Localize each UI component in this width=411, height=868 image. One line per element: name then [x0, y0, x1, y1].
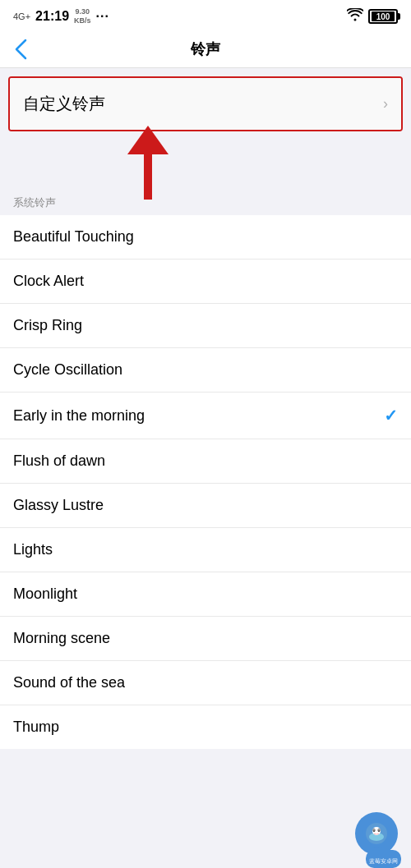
svg-point-8 [378, 829, 379, 831]
ringtone-name: Cycle Oscillation [13, 361, 122, 379]
custom-ringtone-item[interactable]: 自定义铃声 › [10, 78, 401, 130]
system-ringtones-label: 系统铃声 [0, 189, 411, 215]
list-item[interactable]: Glassy Lustre [0, 484, 411, 528]
svg-point-7 [373, 829, 374, 831]
list-item[interactable]: Flush of dawn [0, 439, 411, 484]
speed-indicator: 9.30 KB/s [74, 7, 91, 25]
status-right: 100 [347, 8, 398, 25]
list-item[interactable]: Sound of the sea [0, 661, 411, 705]
page-title: 铃声 [191, 39, 220, 59]
list-item[interactable]: Early in the morning ✓ [0, 393, 411, 439]
ringtone-name: Flush of dawn [13, 452, 105, 470]
ringtone-name: Beautiful Touching [13, 228, 134, 246]
list-item[interactable]: Moonlight [0, 572, 411, 617]
time-display: 21:19 [35, 9, 69, 24]
custom-ringtone-section[interactable]: 自定义铃声 › [8, 76, 403, 131]
ringtone-name: Early in the morning [13, 407, 145, 425]
ringtone-name: Morning scene [13, 630, 110, 647]
list-item[interactable]: Morning scene [0, 617, 411, 661]
watermark: 蓝莓安卓网 [355, 812, 398, 855]
list-item[interactable]: Clock Alert [0, 259, 411, 304]
ringtone-name: Moonlight [13, 586, 77, 603]
header: 铃声 [0, 31, 411, 68]
battery-indicator: 100 [368, 9, 398, 24]
ringtone-name: Crisp Ring [13, 317, 82, 334]
status-left: 4G+ 21:19 9.30 KB/s ··· [13, 7, 109, 25]
ringtone-name: Lights [13, 541, 53, 558]
network-indicator: 4G+ [13, 11, 30, 21]
custom-ringtone-label: 自定义铃声 [23, 93, 105, 115]
watermark-text: 蓝莓安卓网 [369, 858, 398, 864]
list-item[interactable]: Thump [0, 705, 411, 749]
ringtone-name: Thump [13, 719, 59, 736]
wifi-icon [347, 8, 363, 25]
list-item[interactable]: Lights [0, 528, 411, 572]
ringtone-list: Beautiful Touching Clock Alert Crisp Rin… [0, 215, 411, 749]
list-item[interactable]: Cycle Oscillation [0, 348, 411, 393]
back-button[interactable] [13, 38, 28, 61]
selected-checkmark: ✓ [384, 406, 398, 425]
ringtone-name: Sound of the sea [13, 674, 125, 691]
ringtone-name: Clock Alert [13, 273, 84, 290]
status-dots: ··· [96, 9, 109, 24]
ringtone-name: Glassy Lustre [13, 497, 104, 514]
status-bar: 4G+ 21:19 9.30 KB/s ··· 100 [0, 0, 411, 31]
list-item[interactable]: Beautiful Touching [0, 215, 411, 259]
chevron-right-icon: › [383, 95, 388, 113]
list-item[interactable]: Crisp Ring [0, 304, 411, 348]
